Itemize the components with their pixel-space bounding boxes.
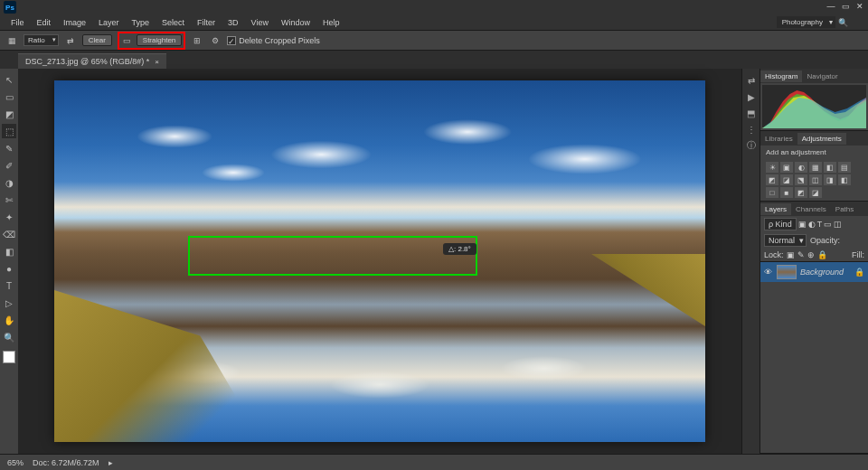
crop-preset-select[interactable]: Ratio xyxy=(24,34,59,46)
clear-button[interactable]: Clear xyxy=(82,34,112,46)
tab-libraries[interactable]: Libraries xyxy=(760,133,797,145)
window-restore-icon[interactable]: ▭ xyxy=(841,2,850,11)
opacity-label: Opacity: xyxy=(810,236,840,245)
app-logo: Ps xyxy=(4,1,16,14)
layer-lock-icon: 🔒 xyxy=(854,268,864,277)
adj-lookup-icon[interactable]: ◨ xyxy=(824,174,836,185)
canvas-area[interactable]: △: 2.8° xyxy=(18,69,741,454)
grid-overlay-icon[interactable]: ⊞ xyxy=(191,34,203,47)
tab-adjustments[interactable]: Adjustments xyxy=(797,133,846,145)
right-dock: ⇄ ▶ ⬒ ⋮ ⓘ xyxy=(741,69,760,454)
filter-adj-icon[interactable]: ◐ xyxy=(808,220,816,229)
delete-cropped-checkbox[interactable]: ✓ Delete Cropped Pixels xyxy=(227,36,320,45)
move-tool[interactable]: ↖ xyxy=(2,72,16,87)
adj-gradmap-icon[interactable]: ◩ xyxy=(795,187,807,198)
crop-tool[interactable]: ⬚ xyxy=(2,124,16,138)
foreground-swatch[interactable] xyxy=(3,351,15,363)
layer-background[interactable]: 👁 Background 🔒 xyxy=(760,262,868,282)
document-canvas[interactable]: △: 2.8° xyxy=(54,80,705,442)
path-tool[interactable]: ▷ xyxy=(2,296,16,310)
lasso-tool[interactable]: ◩ xyxy=(2,107,16,121)
tab-histogram[interactable]: Histogram xyxy=(760,70,802,82)
adj-poster-icon[interactable]: □ xyxy=(766,187,778,198)
straighten-button[interactable]: Straighten xyxy=(137,34,182,46)
filter-shape-icon[interactable]: ▭ xyxy=(824,220,832,229)
blend-mode-select[interactable]: Normal xyxy=(764,234,807,247)
adj-chanmix-icon[interactable]: ◫ xyxy=(809,174,822,185)
lock-all-icon[interactable]: 🔒 xyxy=(817,250,827,259)
photo-clouds xyxy=(87,109,673,200)
dock-more-icon[interactable]: ⋮ xyxy=(745,123,758,136)
menu-view[interactable]: View xyxy=(248,16,272,29)
pen-tool[interactable]: ◧ xyxy=(2,244,16,258)
adj-hue-icon[interactable]: ▤ xyxy=(838,162,851,173)
status-chevron-icon[interactable]: ▸ xyxy=(108,458,113,467)
shape-tool[interactable]: ● xyxy=(2,261,16,276)
tab-channels[interactable]: Channels xyxy=(791,203,831,215)
menu-type[interactable]: Type xyxy=(128,16,154,29)
lock-artboard-icon[interactable]: ⊕ xyxy=(807,250,815,259)
tab-navigator[interactable]: Navigator xyxy=(802,70,842,82)
window-minimize-icon[interactable]: — xyxy=(826,2,835,11)
swap-icon[interactable]: ⇄ xyxy=(64,34,77,47)
eyedropper-tool[interactable]: ✎ xyxy=(2,141,16,155)
tab-layers[interactable]: Layers xyxy=(760,203,791,215)
fill-label: Fill: xyxy=(852,250,864,259)
adj-brightness-icon[interactable]: ☀ xyxy=(766,162,778,173)
lock-position-icon[interactable]: ✎ xyxy=(797,250,805,259)
filter-type-icon[interactable]: T xyxy=(817,220,823,229)
clone-tool[interactable]: ◑ xyxy=(2,175,16,190)
menu-window[interactable]: Window xyxy=(278,16,314,29)
zoom-tool[interactable]: 🔍 xyxy=(2,330,16,344)
document-tab[interactable]: DSC_2713.jpg @ 65% (RGB/8#) * × xyxy=(18,53,166,69)
crop-settings-icon[interactable]: ⚙ xyxy=(209,34,222,47)
layer-visibility-icon[interactable]: 👁 xyxy=(764,268,773,277)
adj-exposure-icon[interactable]: ▦ xyxy=(809,162,822,173)
photo-grass-right xyxy=(542,254,705,326)
hand-tool[interactable]: ✋ xyxy=(2,313,16,327)
adj-thresh-icon[interactable]: ■ xyxy=(780,187,793,198)
dock-info-icon[interactable]: ⓘ xyxy=(745,139,758,152)
adj-photo-icon[interactable]: ⬔ xyxy=(795,174,807,185)
menu-filter[interactable]: Filter xyxy=(193,16,219,29)
dock-panel-icon[interactable]: ⬒ xyxy=(745,107,758,119)
adj-levels-icon[interactable]: ▣ xyxy=(780,162,793,173)
workspace-select[interactable]: Photography xyxy=(777,16,835,28)
lock-pixels-icon[interactable]: ▣ xyxy=(787,250,795,259)
filter-smart-icon[interactable]: ◫ xyxy=(834,220,842,229)
tab-paths[interactable]: Paths xyxy=(831,203,858,215)
menu-3d[interactable]: 3D xyxy=(224,16,242,29)
adj-colorbal-icon[interactable]: ◩ xyxy=(766,174,778,185)
menu-help[interactable]: Help xyxy=(319,16,344,29)
layer-name[interactable]: Background xyxy=(800,268,844,277)
adj-invert-icon[interactable]: ◧ xyxy=(838,174,851,185)
zoom-level[interactable]: 65% xyxy=(7,458,24,467)
menu-select[interactable]: Select xyxy=(158,16,188,29)
eraser-tool[interactable]: ✄ xyxy=(2,193,16,207)
gradient-tool[interactable]: ✦ xyxy=(2,210,16,224)
menu-layer[interactable]: Layer xyxy=(95,16,123,29)
adj-bw-icon[interactable]: ◪ xyxy=(780,174,793,185)
status-bar: 65% Doc: 6.72M/6.72M ▸ xyxy=(0,454,868,470)
adj-curves-icon[interactable]: ◐ xyxy=(795,162,807,173)
adj-selcolor-icon[interactable]: ◪ xyxy=(809,187,822,198)
dodge-tool[interactable]: ⌫ xyxy=(2,227,16,241)
dock-play-icon[interactable]: ▶ xyxy=(745,90,758,103)
menu-file[interactable]: File xyxy=(7,16,28,29)
straighten-icon[interactable]: ▭ xyxy=(121,34,134,47)
adj-vibrance-icon[interactable]: ◧ xyxy=(824,162,836,173)
close-tab-icon[interactable]: × xyxy=(155,58,159,66)
search-icon[interactable]: 🔍 xyxy=(838,18,848,27)
layer-filter-kind[interactable]: ρ Kind xyxy=(764,218,797,230)
brush-tool[interactable]: ✐ xyxy=(2,158,16,173)
layer-thumbnail[interactable] xyxy=(777,265,797,279)
menu-edit[interactable]: Edit xyxy=(33,16,55,29)
doc-size[interactable]: Doc: 6.72M/6.72M xyxy=(33,458,99,467)
menu-image[interactable]: Image xyxy=(60,16,90,29)
window-close-icon[interactable]: ✕ xyxy=(855,2,864,11)
marquee-tool[interactable]: ▭ xyxy=(2,89,16,104)
crop-tool-icon[interactable]: ▦ xyxy=(5,34,18,47)
filter-pixel-icon[interactable]: ▣ xyxy=(798,220,807,229)
type-tool[interactable]: T xyxy=(2,278,16,293)
dock-collapse-icon[interactable]: ⇄ xyxy=(745,74,758,87)
